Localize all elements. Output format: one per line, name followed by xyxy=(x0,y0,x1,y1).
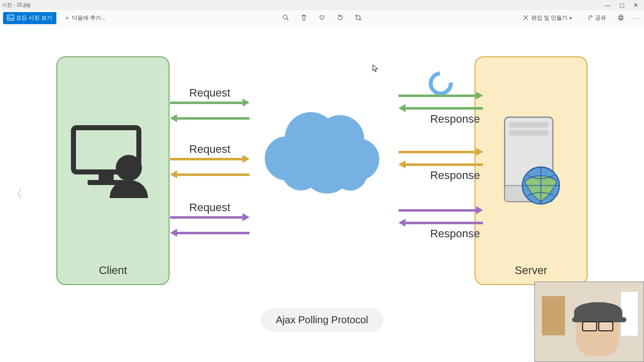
server-globe-icon xyxy=(493,108,573,223)
arrow-left-icon xyxy=(170,117,250,120)
print-icon[interactable] xyxy=(617,14,624,22)
arrow-right-icon xyxy=(398,95,483,97)
request-label: Request xyxy=(170,143,250,156)
arrow-right-icon xyxy=(398,209,483,212)
server-label: Server xyxy=(475,264,587,277)
more-icon[interactable]: ··· xyxy=(632,15,640,21)
plus-icon: ＋ xyxy=(64,14,70,22)
arrow-right-icon xyxy=(170,216,250,219)
arrow-left-icon xyxy=(398,222,483,224)
image-icon xyxy=(7,14,14,22)
window-title: 사진 - 15.jpg xyxy=(2,2,30,9)
server-box: Server xyxy=(474,56,588,285)
svg-line-3 xyxy=(287,18,289,20)
maximize-button[interactable]: ▢ xyxy=(619,2,624,9)
response-label: Response xyxy=(398,227,483,240)
trash-icon[interactable] xyxy=(300,14,307,22)
response-label: Response xyxy=(398,113,483,126)
arrow-right-icon xyxy=(170,158,250,160)
crop-icon[interactable] xyxy=(355,14,362,22)
svg-rect-8 xyxy=(99,172,114,180)
arrow-right-icon xyxy=(398,151,483,153)
close-button[interactable]: ✕ xyxy=(633,2,638,9)
svg-rect-12 xyxy=(510,122,548,128)
arrow-left-icon xyxy=(170,173,250,176)
add-next-label: 다음에 추가... xyxy=(72,14,106,22)
share-label: 공유 xyxy=(595,14,606,22)
client-box: Client xyxy=(56,56,170,285)
edit-create-label: 편집 및 만들기 xyxy=(531,14,568,22)
heart-icon[interactable] xyxy=(318,14,326,22)
response-label: Response xyxy=(398,169,483,182)
add-to-next-button[interactable]: ＋ 다음에 추가... xyxy=(61,12,109,24)
mouse-cursor-icon xyxy=(372,64,378,74)
svg-point-1 xyxy=(9,16,10,17)
view-all-photos-button[interactable]: 모든 사진 보기 xyxy=(3,12,56,24)
svg-point-21 xyxy=(282,152,320,191)
edit-create-button[interactable]: 편집 및 만들기 ▾ xyxy=(519,12,575,24)
request-group-1: Request xyxy=(170,86,250,120)
arrow-right-icon xyxy=(170,102,250,104)
arrow-left-icon xyxy=(398,163,483,166)
toolbar: 모든 사진 보기 ＋ 다음에 추가... 편집 및 만들기 ▾ 공유 ··· xyxy=(0,10,644,26)
rotate-icon[interactable] xyxy=(337,14,344,22)
request-label: Request xyxy=(170,201,250,214)
request-group-3: Request xyxy=(170,201,250,234)
svg-rect-5 xyxy=(619,15,622,17)
share-icon xyxy=(586,14,593,22)
svg-rect-0 xyxy=(8,15,14,20)
client-label: Client xyxy=(57,264,169,277)
svg-point-2 xyxy=(283,15,287,19)
response-group-3: Response xyxy=(398,209,483,242)
client-user-monitor-icon xyxy=(63,113,164,213)
arrow-left-icon xyxy=(170,232,250,234)
title-bar: 사진 - 15.jpg — ▢ ✕ xyxy=(0,0,644,10)
diagram-caption: Ajax Polling Protocol xyxy=(261,308,383,332)
image-viewport: 〈 Client Server xyxy=(0,26,644,362)
minimize-button[interactable]: — xyxy=(605,2,610,9)
request-group-2: Request xyxy=(170,143,250,176)
view-all-label: 모든 사진 보기 xyxy=(16,14,52,22)
svg-point-10 xyxy=(116,155,142,181)
previous-image-button[interactable]: 〈 xyxy=(7,183,26,206)
webcam-overlay xyxy=(534,282,644,362)
window-controls: — ▢ ✕ xyxy=(605,2,642,9)
share-button[interactable]: 공유 xyxy=(583,12,609,24)
request-label: Request xyxy=(170,86,250,100)
cloud-icon xyxy=(252,93,392,201)
edit-icon xyxy=(522,14,529,22)
response-group-1: Response xyxy=(398,95,483,128)
svg-rect-13 xyxy=(510,130,548,136)
chevron-down-icon: ▾ xyxy=(570,16,572,21)
response-group-2: Response xyxy=(398,151,483,184)
zoom-icon[interactable] xyxy=(282,14,289,22)
svg-point-22 xyxy=(333,156,367,191)
arrow-left-icon xyxy=(398,107,483,110)
